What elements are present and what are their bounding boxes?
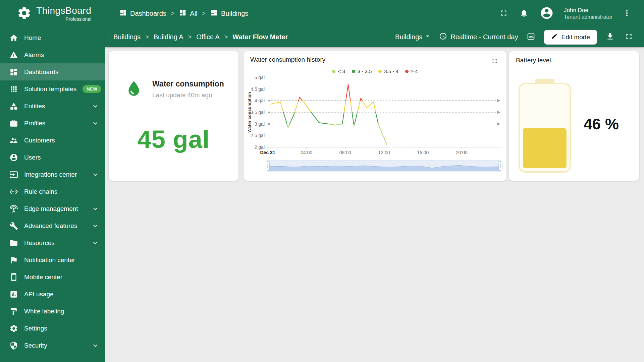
svg-text:12:00: 12:00 (378, 150, 390, 155)
clock-icon (439, 32, 447, 42)
header-breadcrumb: Dashboards > All > Buildings (119, 9, 248, 18)
sidebar-item-label: Security (24, 342, 47, 349)
chevron-down-icon (91, 102, 99, 110)
breadcrumb-buildings[interactable]: Buildings (210, 9, 248, 18)
sidebar-item-customers[interactable]: Customers (0, 132, 105, 149)
battery-fill (523, 128, 567, 168)
thingsboard-logo-icon (17, 6, 32, 22)
sidebar-item-mobile-center[interactable]: Mobile center (0, 268, 105, 286)
edit-mode-button[interactable]: Edit mode (544, 30, 597, 45)
sidebar-item-label: Dashboards (24, 68, 58, 76)
chart-scrollbar[interactable] (246, 159, 504, 173)
bell-icon (520, 9, 528, 18)
user-info[interactable]: John Doe Tenant administrator (564, 7, 612, 20)
legend-label: ≥ 4 (411, 68, 418, 74)
dashboard-toolbar: Buildings > Building A > Office A > Wate… (105, 27, 644, 47)
sidebar-item-settings[interactable]: Settings (0, 320, 105, 337)
download-icon (606, 32, 614, 42)
timewindow-label: Realtime - Current day (450, 33, 518, 41)
battery-icon (519, 83, 571, 173)
sidebar-item-profiles[interactable]: Profiles (0, 115, 105, 132)
svg-text:Water consumption: Water consumption (247, 92, 252, 133)
customers-icon (9, 136, 18, 145)
fullscreen-button[interactable] (498, 7, 509, 20)
svg-text:08:00: 08:00 (339, 150, 351, 155)
last-update-label: Last update 40m ago (152, 92, 224, 99)
timewindow-button[interactable]: Realtime - Current day (439, 32, 518, 42)
svg-text:4.5 gal: 4.5 gal (251, 86, 265, 92)
sidebar-item-label: Mobile center (24, 274, 62, 281)
account-circle-icon (540, 6, 554, 21)
legend-item-3-5-4[interactable]: 3.5 - 4 (378, 68, 398, 74)
breadcrumb-separator: > (202, 10, 206, 17)
legend-dot (405, 70, 409, 73)
crumb-buildings[interactable]: Buildings (113, 33, 141, 41)
dashboards-icon (9, 67, 18, 76)
dashboard-image-button[interactable] (525, 31, 537, 43)
chevron-down-icon (91, 342, 99, 350)
sidebar-item-entities[interactable]: Entities (0, 98, 105, 115)
sidebar-item-white-labeling[interactable]: White labeling (0, 303, 105, 320)
sidebar-item-edge-management[interactable]: Edge management (0, 200, 105, 217)
sidebar-item-alarms[interactable]: Alarms (0, 46, 105, 63)
widget-expand-button[interactable] (490, 56, 500, 67)
sidebar-item-security[interactable]: Security (0, 337, 105, 354)
sidebar-item-integrations-center[interactable]: Integrations center (0, 166, 105, 183)
settings-icon (9, 324, 18, 333)
alarms-icon (9, 50, 18, 59)
entity-state-select[interactable]: Buildings (395, 32, 432, 42)
pencil-icon (551, 33, 558, 41)
toolbar-fullscreen-button[interactable] (623, 31, 635, 43)
notification-center-icon (9, 255, 18, 264)
chevron-down-icon (91, 119, 99, 127)
legend-item-3-3-5[interactable]: 3 - 3.5 (352, 68, 372, 74)
sidebar-item-label: Customers (24, 137, 55, 144)
app-name: ThingsBoard (36, 5, 91, 16)
more-menu-button[interactable] (621, 7, 633, 20)
sidebar-item-resources[interactable]: Resources (0, 234, 105, 251)
download-button[interactable] (604, 31, 616, 43)
crumb-office-a[interactable]: Office A (196, 33, 220, 41)
entity-state-value: Buildings (395, 33, 422, 41)
crumb-building-a[interactable]: Building A (154, 33, 183, 41)
app-logo[interactable]: ThingsBoard Professional (0, 5, 105, 22)
new-badge: NEW (83, 85, 101, 93)
notifications-button[interactable] (518, 7, 530, 20)
sidebar-item-notification-center[interactable]: Notification center (0, 251, 105, 268)
svg-text:3 gal: 3 gal (255, 121, 265, 127)
svg-text:16:00: 16:00 (417, 150, 429, 155)
toolbar-actions: Buildings Realtime - Current day Edit mo… (395, 30, 635, 45)
chevron-down-icon (91, 239, 99, 247)
fullscreen-icon (625, 32, 633, 42)
chevron-down-icon (91, 171, 99, 179)
chevron-down-icon (91, 222, 99, 230)
arrow-drop-down-icon (424, 32, 432, 42)
integrations-center-icon (9, 170, 18, 179)
legend-item--3[interactable]: < 3 (332, 68, 345, 74)
more-vert-icon (623, 9, 631, 18)
sidebar-item-label: Rule chains (24, 188, 57, 195)
white-labeling-icon (9, 307, 18, 316)
sidebar-item-label: Profiles (24, 120, 45, 127)
breadcrumb-all[interactable]: All (179, 9, 197, 18)
dashboards-grid-icon (119, 9, 127, 18)
user-avatar[interactable] (538, 5, 555, 22)
legend-item--4[interactable]: ≥ 4 (405, 68, 418, 74)
sidebar-item-advanced-features[interactable]: Advanced features (0, 217, 105, 234)
sidebar-item-solution-templates[interactable]: Solution templatesNEW (0, 80, 105, 98)
chart-title: Water consumption history (250, 56, 325, 63)
sidebar-item-api-usage[interactable]: API usage (0, 286, 105, 303)
rule-chains-icon (9, 187, 18, 196)
image-icon (527, 32, 535, 42)
sidebar-item-users[interactable]: Users (0, 149, 105, 166)
breadcrumb-dashboards[interactable]: Dashboards (119, 9, 166, 18)
battery-level-widget: Battery level 46 % (509, 51, 639, 181)
dashboard-breadcrumb: Buildings > Building A > Office A > Wate… (113, 33, 288, 41)
sidebar-item-rule-chains[interactable]: Rule chains (0, 183, 105, 200)
sidebar-item-label: Users (24, 154, 41, 161)
fullscreen-icon (499, 9, 508, 18)
sidebar-item-home[interactable]: Home (0, 29, 105, 46)
sidebar-item-dashboards[interactable]: Dashboards (0, 63, 105, 80)
sidebar-item-label: Notification center (24, 256, 75, 264)
svg-text:04:00: 04:00 (301, 150, 312, 155)
